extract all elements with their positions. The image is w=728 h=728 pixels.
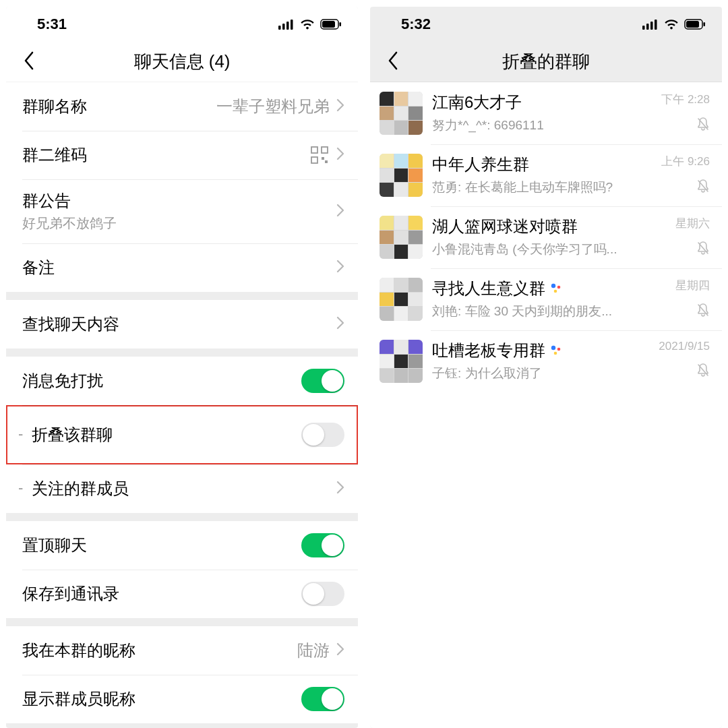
row-group-name[interactable]: 群聊名称 一辈子塑料兄弟 [6,82,358,131]
avatar [380,278,423,321]
svg-rect-7 [311,147,317,153]
battery-icon [320,19,342,30]
avatar [380,216,423,259]
chat-item[interactable]: 寻找人生意义群刘艳: 车险 30 天内到期的朋友...星期四 [370,268,722,330]
chevron-right-icon [336,316,344,332]
chat-preview: 刘艳: 车险 30 天内到期的朋友... [432,303,655,320]
row-label: 折叠该群聊 [22,424,113,446]
row-announcement[interactable]: 群公告 好兄弟不放鸽子 [6,179,358,243]
row-label: 保存到通讯录 [22,583,119,605]
battery-icon [684,19,706,30]
row-label: 显示群成员昵称 [22,688,135,710]
row-value: 陆游 [297,640,330,661]
chat-item[interactable]: 湖人篮网球迷对喷群小鲁混沌青岛 (今天你学习了吗...星期六 [370,206,722,268]
row-fold-group[interactable]: 折叠该群聊 [6,405,358,464]
chat-time: 星期四 [675,278,710,293]
svg-rect-5 [322,21,335,28]
back-button[interactable] [380,42,406,82]
chat-time: 星期六 [675,216,710,231]
row-dnd[interactable]: 消息免打扰 [6,357,358,405]
row-value: 一辈子塑料兄弟 [216,96,330,117]
mute-icon [696,241,710,255]
phone-right: 5:32 折叠的群聊 江南6大才子努力*^_^*: 669 [370,7,722,728]
chat-name: 江南6大才子 [432,92,656,113]
cellular-icon [278,19,295,30]
svg-rect-2 [286,22,289,30]
avatar [380,340,423,383]
chat-name: 吐槽老板专用群 [432,340,653,361]
wifi-icon [300,19,315,30]
spark-icon [549,282,563,295]
toggle-pin[interactable] [301,533,344,557]
mute-icon [696,179,710,193]
chat-preview: 努力*^_^*: 6696111 [432,117,655,134]
svg-rect-14 [650,22,653,30]
status-bar: 5:31 [6,7,358,42]
page-title: 聊天信息 (4) [134,50,231,73]
row-label: 置顶聊天 [22,535,87,556]
row-watched-members[interactable]: 关注的群成员 [6,464,358,513]
svg-rect-18 [704,22,706,26]
chat-preview: 小鲁混沌青岛 (今天你学习了吗... [432,241,655,258]
svg-rect-1 [282,24,285,30]
chat-list[interactable]: 江南6大才子努力*^_^*: 6696111下午 2:28中年人养生群范勇: 在… [370,82,722,728]
row-search-history[interactable]: 查找聊天内容 [6,300,358,348]
row-label: 群二维码 [22,144,87,166]
row-remark[interactable]: 备注 [6,243,358,292]
toggle-fold[interactable] [301,423,344,447]
back-button[interactable] [16,42,42,82]
chat-name: 湖人篮网球迷对喷群 [432,216,670,237]
svg-rect-0 [278,26,281,30]
chat-item[interactable]: 中年人养生群范勇: 在长葛能上电动车牌照吗?上午 9:26 [370,144,722,206]
chevron-right-icon [336,260,344,276]
svg-point-27 [557,348,561,351]
svg-point-28 [554,352,557,355]
avatar [380,92,423,135]
chat-preview: 子钰: 为什么取消了 [432,365,653,382]
chevron-right-icon [336,481,344,497]
row-label: 查找聊天内容 [22,313,119,335]
cellular-icon [642,19,659,30]
chat-item[interactable]: 江南6大才子努力*^_^*: 6696111下午 2:28 [370,82,722,144]
row-label: 关注的群成员 [22,478,129,499]
status-time: 5:31 [37,16,67,33]
chat-preview: 范勇: 在长葛能上电动车牌照吗? [432,179,655,196]
chat-time: 下午 2:28 [661,92,710,107]
mute-icon [696,117,710,131]
row-save-contacts[interactable]: 保存到通讯录 [6,570,358,618]
row-show-nickname[interactable]: 显示群成员昵称 [6,675,358,723]
svg-rect-12 [642,26,645,30]
toggle-dnd[interactable] [301,369,344,393]
svg-rect-8 [322,147,328,153]
toggle-shownick[interactable] [301,687,344,711]
svg-rect-6 [340,22,342,26]
toggle-save[interactable] [301,582,344,606]
svg-point-22 [551,284,555,288]
spark-icon [549,344,563,357]
chat-item[interactable]: 吐槽老板专用群子钰: 为什么取消了2021/9/15 [370,330,722,392]
row-my-nickname[interactable]: 我在本群的昵称 陆游 [6,626,358,675]
navbar: 折叠的群聊 [370,42,722,82]
mute-icon [696,363,710,377]
avatar [380,154,423,197]
chevron-right-icon [336,147,344,163]
svg-rect-3 [291,20,293,30]
svg-rect-15 [655,20,657,30]
chevron-right-icon [336,642,344,659]
settings-scroll[interactable]: 群聊名称 一辈子塑料兄弟 群二维码 [6,82,358,728]
row-pin-chat[interactable]: 置顶聊天 [6,521,358,570]
wifi-icon [664,19,679,30]
chat-time: 上午 9:26 [661,154,710,169]
chevron-left-icon [24,51,34,73]
phone-left: 5:31 聊天信息 (4) [6,7,358,728]
svg-rect-11 [325,160,328,163]
row-label: 群聊名称 [22,96,87,117]
row-subtitle: 好兄弟不放鸽子 [22,214,117,233]
chevron-left-icon [388,51,398,73]
svg-point-26 [551,346,555,350]
row-qr-code[interactable]: 群二维码 [6,131,358,179]
svg-rect-9 [311,157,317,163]
qr-icon [311,146,328,164]
row-label: 我在本群的昵称 [22,640,135,661]
svg-rect-17 [686,21,699,28]
